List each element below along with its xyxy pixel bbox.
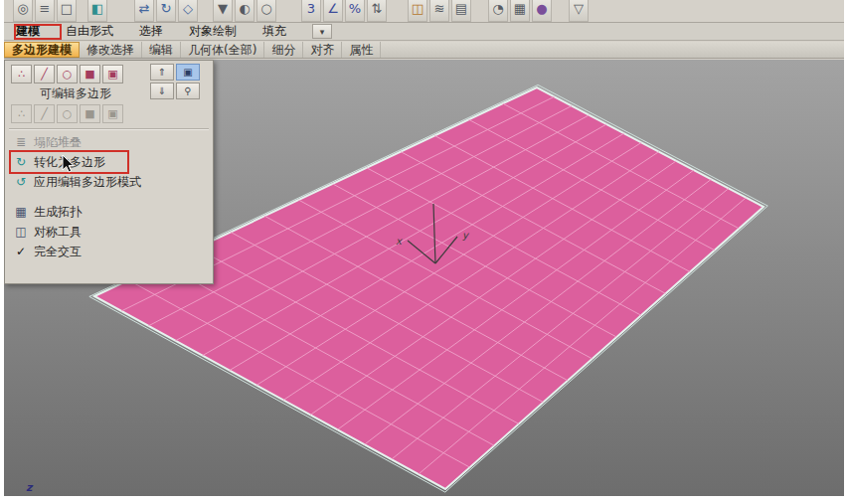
collapse-stack-icon: ≣ [13, 132, 29, 152]
editable-poly-label: 可编辑多边形 [11, 85, 140, 102]
menu-item-symmetry-tools[interactable]: ◫ 对称工具 [5, 222, 213, 242]
main-toolbar-icons: ◎≡□◧⇄↻◇▼◐○3∠%⇅◫≋▤◔▦●▽ [4, 0, 844, 22]
edge-icon[interactable]: ╱ [34, 65, 55, 84]
tab-object-paint[interactable]: 对象绘制 [189, 23, 237, 40]
polygon-icon[interactable]: ■ [80, 65, 100, 84]
tab-selection[interactable]: 选择 [139, 23, 163, 40]
viewport-axis-z-label: z [26, 481, 32, 494]
menu-item-convert-to-poly[interactable]: ↻ 转化为多边形 [5, 152, 213, 172]
layer-manager-icon[interactable]: ▤ [451, 0, 471, 22]
tab-freeform[interactable]: 自由形式 [66, 23, 113, 40]
menu-item-full-interactivity[interactable]: ✓ 完全交互 [5, 242, 213, 261]
panel-edit[interactable]: 编辑 [142, 42, 181, 58]
convert-to-poly-icon: ↻ [13, 152, 29, 172]
symmetry-icon: ◫ [13, 222, 29, 242]
edit-poly-mode-icon: ↺ [13, 172, 29, 192]
subobject-mode-buttons-disabled: ∴╱○■▣ [11, 104, 125, 123]
polygon-modeling-flyout: ∴╱○■▣ ⇑ ▣ ⇓ ⚲ 可编辑多边形 ∴╱○■▣ ≣ 塌陷堆叠 ↻ 转化为多… [4, 60, 214, 284]
collapse-stack-label: 塌陷堆叠 [34, 132, 82, 152]
full-interactivity-label: 完全交互 [34, 242, 82, 261]
border-disabled-icon: ○ [57, 104, 78, 123]
panel-polygon-modeling[interactable]: 多边形建模 [4, 42, 80, 58]
window-crossing-icon[interactable]: ◧ [87, 0, 107, 22]
symmetry-label: 对称工具 [34, 222, 82, 242]
polygon-disabled-icon: ■ [80, 104, 100, 123]
edge-disabled-icon: ╱ [34, 104, 55, 123]
topology-label: 生成拓扑 [34, 202, 82, 222]
expand-up-button[interactable]: ⇑ [150, 64, 174, 81]
tab-populate[interactable]: 填充 [262, 23, 286, 40]
panel-geometry-all[interactable]: 几何体(全部) [181, 42, 264, 58]
panel-align[interactable]: 对齐 [303, 42, 342, 58]
select-and-rotate-icon[interactable]: ↻ [156, 0, 176, 22]
curve-editor-icon[interactable]: ◔ [488, 0, 508, 22]
checkmark-icon: ✓ [13, 242, 29, 261]
mirror-icon[interactable]: ◫ [408, 0, 427, 22]
snaps-toggle-3-icon[interactable]: 3 [301, 0, 321, 22]
panel-modify-selection[interactable]: 修改选择 [80, 42, 142, 58]
selection-region-icon[interactable]: □ [57, 0, 77, 22]
vertex-disabled-icon: ∴ [11, 104, 32, 123]
select-and-scale-icon[interactable]: ◇ [178, 0, 198, 22]
menu-item-apply-edit-poly-mode[interactable]: ↺ 应用编辑多边形模式 [5, 172, 213, 192]
pin-icon[interactable]: ⚲ [176, 83, 200, 99]
percent-snap-icon[interactable]: % [345, 0, 365, 22]
mouse-cursor [62, 155, 76, 175]
ribbon-tab-bar: 建模 自由形式 选择 对象绘制 填充 ▾ [4, 23, 844, 41]
spinner-snap-icon[interactable]: ⇅ [367, 0, 387, 22]
align-icon[interactable]: ≋ [429, 0, 449, 22]
ribbon-panel-strip: 多边形建模 修改选择 编辑 几何体(全部) 细分 对齐 属性 [4, 42, 844, 59]
border-icon[interactable]: ○ [57, 65, 78, 84]
element-disabled-icon: ▣ [102, 104, 123, 123]
edit-poly-mode-label: 应用编辑多边形模式 [34, 172, 141, 192]
select-and-move-icon[interactable]: ⇄ [134, 0, 154, 22]
ribbon-overflow-button[interactable]: ▾ [312, 24, 332, 39]
flyout-separator [9, 128, 209, 130]
reference-coordinate-system-icon[interactable]: ▼ [213, 0, 233, 22]
panel-properties[interactable]: 属性 [342, 42, 381, 58]
vertex-icon[interactable]: ∴ [11, 65, 32, 84]
select-object-icon[interactable]: ◎ [13, 0, 33, 22]
panel-subdivision[interactable]: 细分 [264, 42, 303, 58]
flyout-menu: ≣ 塌陷堆叠 ↻ 转化为多边形 ↺ 应用编辑多边形模式 ▦ 生成拓扑 ◫ 对称工… [5, 132, 213, 261]
menu-item-collapse-stack[interactable]: ≣ 塌陷堆叠 [5, 132, 213, 152]
panel-toggle-button[interactable]: ▣ [176, 64, 200, 81]
main-toolbar: ◎≡□◧⇄↻◇▼◐○3∠%⇅◫≋▤◔▦●▽ [4, 0, 844, 23]
material-editor-icon[interactable]: ● [532, 0, 552, 22]
select-by-name-icon[interactable]: ≡ [35, 0, 55, 22]
element-icon[interactable]: ▣ [102, 65, 123, 84]
expand-down-button[interactable]: ⇓ [150, 83, 174, 99]
schematic-view-icon[interactable]: ▦ [510, 0, 530, 22]
subobject-mode-buttons: ∴╱○■▣ [11, 65, 125, 84]
menu-item-generate-topology[interactable]: ▦ 生成拓扑 [5, 202, 213, 222]
use-pivot-point-center-icon[interactable]: ◐ [235, 0, 255, 22]
select-and-manipulate-icon[interactable]: ○ [256, 0, 276, 22]
tab-modeling[interactable]: 建模 [16, 23, 40, 40]
angle-snap-icon[interactable]: ∠ [323, 0, 343, 22]
application-window: ◎≡□◧⇄↻◇▼◐○3∠%⇅◫≋▤◔▦●▽ 建模 自由形式 选择 对象绘制 填充… [4, 0, 844, 496]
topology-icon: ▦ [13, 202, 29, 222]
panel-controls: ⇑ ▣ ⇓ ⚲ [150, 64, 200, 99]
render-setup-icon[interactable]: ▽ [569, 0, 589, 22]
